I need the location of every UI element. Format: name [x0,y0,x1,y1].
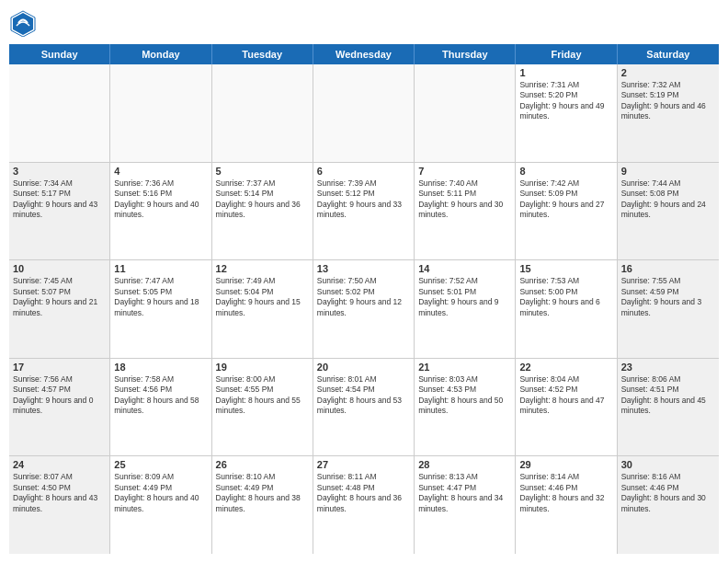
day-info: Sunrise: 7:39 AM Sunset: 5:12 PM Dayligh… [317,178,410,221]
header-day-wednesday: Wednesday [313,44,415,64]
day-cell-23: 23Sunrise: 8:06 AM Sunset: 4:51 PM Dayli… [618,359,719,456]
day-number: 8 [519,166,612,177]
day-info: Sunrise: 7:45 AM Sunset: 5:07 PM Dayligh… [13,276,106,318]
day-cell-13: 13Sunrise: 7:50 AM Sunset: 5:02 PM Dayli… [313,260,415,358]
day-number: 29 [519,459,612,470]
day-cell-14: 14Sunrise: 7:52 AM Sunset: 5:01 PM Dayli… [415,260,516,358]
day-cell-21: 21Sunrise: 8:03 AM Sunset: 4:53 PM Dayli… [415,359,516,456]
empty-cell [415,64,516,162]
day-info: Sunrise: 8:16 AM Sunset: 4:46 PM Dayligh… [621,472,715,514]
day-info: Sunrise: 7:36 AM Sunset: 5:16 PM Dayligh… [114,178,207,221]
header-day-friday: Friday [516,44,617,64]
day-cell-29: 29Sunrise: 8:14 AM Sunset: 4:46 PM Dayli… [516,456,617,554]
day-number: 30 [621,459,715,470]
day-cell-25: 25Sunrise: 8:09 AM Sunset: 4:49 PM Dayli… [110,456,211,554]
day-info: Sunrise: 7:50 AM Sunset: 5:02 PM Dayligh… [317,276,410,318]
day-number: 27 [317,459,410,470]
day-number: 3 [13,166,106,177]
day-cell-24: 24Sunrise: 8:07 AM Sunset: 4:50 PM Dayli… [9,456,110,554]
day-cell-5: 5Sunrise: 7:37 AM Sunset: 5:14 PM Daylig… [212,163,313,260]
day-cell-30: 30Sunrise: 8:16 AM Sunset: 4:46 PM Dayli… [618,456,719,554]
day-number: 13 [317,263,410,274]
day-info: Sunrise: 7:32 AM Sunset: 5:19 PM Dayligh… [621,80,715,122]
day-cell-4: 4Sunrise: 7:36 AM Sunset: 5:16 PM Daylig… [110,163,211,260]
day-number: 1 [519,67,612,78]
header-day-saturday: Saturday [618,44,719,64]
day-info: Sunrise: 7:44 AM Sunset: 5:08 PM Dayligh… [621,178,715,221]
day-info: Sunrise: 8:04 AM Sunset: 4:52 PM Dayligh… [519,374,612,417]
day-info: Sunrise: 8:00 AM Sunset: 4:55 PM Dayligh… [216,374,309,417]
day-number: 17 [13,362,106,373]
empty-cell [110,64,211,162]
day-info: Sunrise: 7:53 AM Sunset: 5:00 PM Dayligh… [519,276,612,318]
calendar: SundayMondayTuesdayWednesdayThursdayFrid… [9,44,719,554]
header [9,9,719,37]
day-number: 12 [216,263,309,274]
empty-cell [313,64,415,162]
day-cell-17: 17Sunrise: 7:56 AM Sunset: 4:57 PM Dayli… [9,359,110,456]
day-number: 16 [621,263,715,274]
day-info: Sunrise: 8:14 AM Sunset: 4:46 PM Dayligh… [519,472,612,514]
day-cell-28: 28Sunrise: 8:13 AM Sunset: 4:47 PM Dayli… [415,456,516,554]
day-cell-10: 10Sunrise: 7:45 AM Sunset: 5:07 PM Dayli… [9,260,110,358]
empty-cell [212,64,313,162]
day-number: 19 [216,362,309,373]
day-info: Sunrise: 7:49 AM Sunset: 5:04 PM Dayligh… [216,276,309,318]
day-number: 5 [216,166,309,177]
day-number: 14 [418,263,511,274]
day-cell-12: 12Sunrise: 7:49 AM Sunset: 5:04 PM Dayli… [212,260,313,358]
day-number: 4 [114,166,207,177]
day-cell-11: 11Sunrise: 7:47 AM Sunset: 5:05 PM Dayli… [110,260,211,358]
day-info: Sunrise: 8:06 AM Sunset: 4:51 PM Dayligh… [621,374,715,417]
day-info: Sunrise: 7:56 AM Sunset: 4:57 PM Dayligh… [13,374,106,417]
day-cell-7: 7Sunrise: 7:40 AM Sunset: 5:11 PM Daylig… [415,163,516,260]
day-cell-18: 18Sunrise: 7:58 AM Sunset: 4:56 PM Dayli… [110,359,211,456]
header-day-thursday: Thursday [415,44,516,64]
day-info: Sunrise: 8:07 AM Sunset: 4:50 PM Dayligh… [13,472,106,514]
day-cell-6: 6Sunrise: 7:39 AM Sunset: 5:12 PM Daylig… [313,163,415,260]
calendar-header: SundayMondayTuesdayWednesdayThursdayFrid… [9,44,719,64]
day-info: Sunrise: 7:47 AM Sunset: 5:05 PM Dayligh… [114,276,207,318]
day-number: 24 [13,459,106,470]
day-info: Sunrise: 8:13 AM Sunset: 4:47 PM Dayligh… [418,472,511,514]
day-cell-20: 20Sunrise: 8:01 AM Sunset: 4:54 PM Dayli… [313,359,415,456]
day-number: 10 [13,263,106,274]
week-row-2: 10Sunrise: 7:45 AM Sunset: 5:07 PM Dayli… [9,260,719,359]
day-cell-16: 16Sunrise: 7:55 AM Sunset: 4:59 PM Dayli… [618,260,719,358]
day-number: 23 [621,362,715,373]
logo-icon [9,9,37,37]
day-number: 9 [621,166,715,177]
day-info: Sunrise: 7:40 AM Sunset: 5:11 PM Dayligh… [418,178,511,221]
day-number: 22 [519,362,612,373]
day-cell-19: 19Sunrise: 8:00 AM Sunset: 4:55 PM Dayli… [212,359,313,456]
day-info: Sunrise: 8:10 AM Sunset: 4:49 PM Dayligh… [216,472,309,514]
day-number: 28 [418,459,511,470]
day-cell-3: 3Sunrise: 7:34 AM Sunset: 5:17 PM Daylig… [9,163,110,260]
day-info: Sunrise: 8:03 AM Sunset: 4:53 PM Dayligh… [418,374,511,417]
day-info: Sunrise: 8:11 AM Sunset: 4:48 PM Dayligh… [317,472,410,514]
day-cell-2: 2Sunrise: 7:32 AM Sunset: 5:19 PM Daylig… [618,64,719,162]
week-row-4: 24Sunrise: 8:07 AM Sunset: 4:50 PM Dayli… [9,456,719,554]
day-number: 18 [114,362,207,373]
svg-marker-0 [13,13,33,35]
day-number: 26 [216,459,309,470]
empty-cell [9,64,110,162]
day-cell-8: 8Sunrise: 7:42 AM Sunset: 5:09 PM Daylig… [516,163,617,260]
header-day-tuesday: Tuesday [212,44,313,64]
header-day-sunday: Sunday [9,44,110,64]
day-cell-1: 1Sunrise: 7:31 AM Sunset: 5:20 PM Daylig… [516,64,617,162]
day-number: 21 [418,362,511,373]
day-cell-15: 15Sunrise: 7:53 AM Sunset: 5:00 PM Dayli… [516,260,617,358]
day-number: 15 [519,263,612,274]
day-number: 25 [114,459,207,470]
day-info: Sunrise: 7:42 AM Sunset: 5:09 PM Dayligh… [519,178,612,221]
logo [9,9,40,37]
week-row-1: 3Sunrise: 7:34 AM Sunset: 5:17 PM Daylig… [9,163,719,261]
day-info: Sunrise: 7:31 AM Sunset: 5:20 PM Dayligh… [519,80,612,122]
day-cell-22: 22Sunrise: 8:04 AM Sunset: 4:52 PM Dayli… [516,359,617,456]
week-row-3: 17Sunrise: 7:56 AM Sunset: 4:57 PM Dayli… [9,359,719,457]
day-number: 7 [418,166,511,177]
page: SundayMondayTuesdayWednesdayThursdayFrid… [0,0,728,563]
day-info: Sunrise: 8:09 AM Sunset: 4:49 PM Dayligh… [114,472,207,514]
day-info: Sunrise: 8:01 AM Sunset: 4:54 PM Dayligh… [317,374,410,417]
